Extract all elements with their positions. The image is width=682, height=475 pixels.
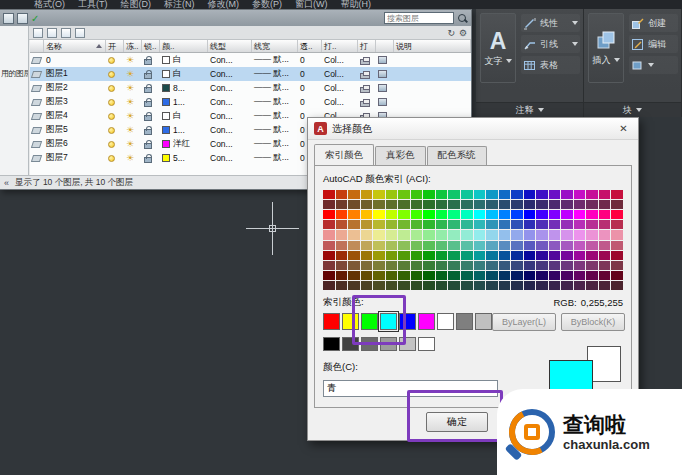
layer-plotstyle-cell[interactable]: Col... (322, 95, 358, 109)
column-header[interactable]: 线宽 (252, 40, 298, 52)
aci-color-cell[interactable] (549, 210, 561, 219)
aci-color-cell[interactable] (536, 271, 548, 280)
aci-color-cell[interactable] (373, 230, 385, 239)
aci-color-cell[interactable] (386, 251, 398, 260)
layer-color-cell[interactable]: 8... (160, 81, 208, 95)
aci-color-cell[interactable] (361, 241, 373, 250)
aci-color-cell[interactable] (448, 210, 460, 219)
aci-color-cell[interactable] (561, 230, 573, 239)
aci-color-cell[interactable] (561, 251, 573, 260)
aci-color-cell[interactable] (574, 200, 586, 209)
linear-dimension-button[interactable]: 线性 (521, 14, 580, 32)
aci-color-cell[interactable] (436, 210, 448, 219)
aci-color-cell[interactable] (436, 261, 448, 270)
layer-freeze-toggle[interactable]: ☀ (124, 151, 142, 165)
layer-plotstyle-cell[interactable]: Col... (322, 67, 358, 81)
layer-lock-toggle[interactable] (142, 109, 160, 123)
layer-transparency-cell[interactable]: 0 (298, 53, 322, 67)
aci-color-cell[interactable] (348, 271, 360, 280)
aci-color-cell[interactable] (398, 261, 410, 270)
aci-color-cell[interactable] (461, 251, 473, 260)
aci-color-cell[interactable] (499, 281, 511, 290)
aci-color-cell[interactable] (536, 261, 548, 270)
aci-color-cell[interactable] (499, 190, 511, 199)
aci-color-cell[interactable] (611, 251, 623, 260)
aci-color-cell[interactable] (586, 241, 598, 250)
layer-linetype-cell[interactable]: Con... (208, 109, 252, 123)
aci-color-cell[interactable] (549, 200, 561, 209)
column-header[interactable]: 打 (358, 40, 376, 52)
aci-color-cell[interactable] (336, 251, 348, 260)
menu-item[interactable]: 格式(O) (34, 0, 65, 9)
standard-color-swatch[interactable] (361, 313, 378, 330)
aci-color-cell[interactable] (474, 220, 486, 229)
aci-color-cell[interactable] (336, 271, 348, 280)
gray-color-swatch[interactable] (399, 337, 416, 351)
aci-color-cell[interactable] (411, 220, 423, 229)
aci-color-cell[interactable] (411, 281, 423, 290)
aci-color-cell[interactable] (536, 281, 548, 290)
column-header[interactable]: 线型 (208, 40, 252, 52)
aci-color-cell[interactable] (461, 200, 473, 209)
aci-color-cell[interactable] (499, 261, 511, 270)
aci-color-cell[interactable] (323, 230, 335, 239)
layer-color-cell[interactable]: 白 (160, 67, 208, 81)
layer-vp-freeze-toggle[interactable] (376, 67, 394, 81)
layer-lock-toggle[interactable] (142, 137, 160, 151)
search-icon[interactable] (457, 13, 468, 24)
layer-plot-toggle[interactable] (358, 67, 376, 81)
layer-plotstyle-cell[interactable]: Col... (322, 53, 358, 67)
aci-color-cell[interactable] (511, 241, 523, 250)
layer-row[interactable]: 0☀白Con...—— 默...0Col... (30, 53, 471, 67)
layer-plot-toggle[interactable] (358, 95, 376, 109)
aci-color-cell[interactable] (486, 251, 498, 260)
aci-color-cell[interactable] (574, 230, 586, 239)
aci-color-cell[interactable] (474, 190, 486, 199)
standard-color-swatch[interactable] (475, 313, 492, 330)
aci-color-cell[interactable] (586, 210, 598, 219)
layer-name[interactable]: 图层7 (44, 151, 106, 165)
new-property-filter-icon[interactable] (3, 13, 14, 24)
aci-color-cell[interactable] (524, 190, 536, 199)
aci-color-cell[interactable] (549, 230, 561, 239)
aci-color-cell[interactable] (549, 190, 561, 199)
layer-name[interactable]: 图层5 (44, 123, 106, 137)
aci-color-cell[interactable] (373, 210, 385, 219)
aci-color-cell[interactable] (511, 230, 523, 239)
layer-on-toggle[interactable] (106, 67, 124, 81)
aci-color-cell[interactable] (599, 230, 611, 239)
close-icon[interactable]: ✕ (615, 121, 632, 136)
tab-color-books[interactable]: 配色系统 (427, 146, 487, 165)
aci-color-cell[interactable] (499, 241, 511, 250)
aci-color-cell[interactable] (561, 281, 573, 290)
standard-color-swatch[interactable] (323, 313, 340, 330)
aci-color-cell[interactable] (323, 281, 335, 290)
aci-color-cell[interactable] (323, 200, 335, 209)
aci-color-cell[interactable] (348, 251, 360, 260)
aci-color-cell[interactable] (336, 261, 348, 270)
gray-color-swatch[interactable] (380, 337, 397, 351)
aci-color-cell[interactable] (386, 200, 398, 209)
layer-lock-toggle[interactable] (142, 95, 160, 109)
aci-color-cell[interactable] (586, 220, 598, 229)
aci-color-cell[interactable] (411, 271, 423, 280)
aci-color-cell[interactable] (461, 261, 473, 270)
gray-color-swatch[interactable] (361, 337, 378, 351)
aci-color-cell[interactable] (398, 271, 410, 280)
aci-color-cell[interactable] (336, 190, 348, 199)
aci-color-cell[interactable] (461, 281, 473, 290)
dialog-titlebar[interactable]: A 选择颜色 ✕ (308, 118, 638, 140)
aci-color-cell[interactable] (599, 210, 611, 219)
layer-lock-toggle[interactable] (142, 81, 160, 95)
aci-color-cell[interactable] (423, 251, 435, 260)
byblock-button[interactable]: ByBlock(K) (561, 313, 625, 331)
aci-color-cell[interactable] (461, 220, 473, 229)
column-header[interactable] (376, 40, 394, 52)
aci-color-cell[interactable] (336, 200, 348, 209)
layer-row[interactable]: 图层2☀8...Con...—— 默...0Col... (30, 81, 471, 95)
layer-plot-toggle[interactable] (358, 53, 376, 67)
layer-lineweight-cell[interactable]: —— 默... (252, 53, 298, 67)
layer-linetype-cell[interactable]: Con... (208, 95, 252, 109)
aci-color-cell[interactable] (574, 190, 586, 199)
layer-transparency-cell[interactable]: 0 (298, 67, 322, 81)
